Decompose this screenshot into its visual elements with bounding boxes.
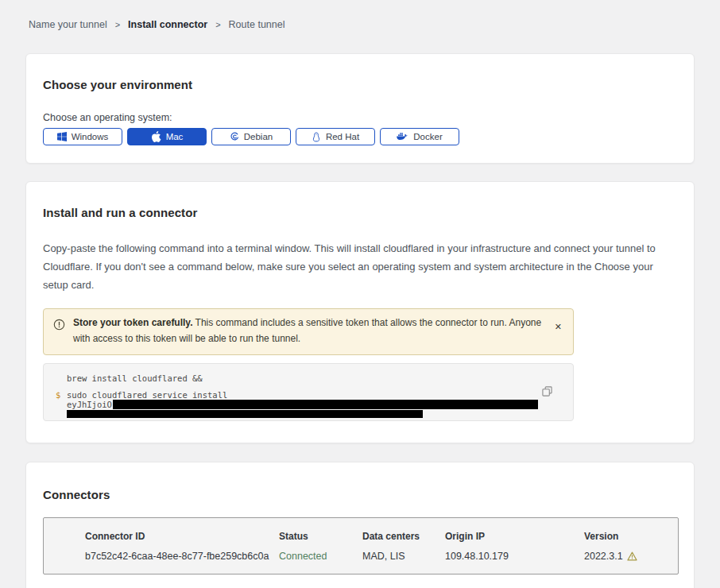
breadcrumb-separator: > [115,20,120,29]
connectors-card-title: Connectors [43,488,677,501]
os-button-windows[interactable]: Windows [43,128,122,145]
redhat-penguin-icon [312,132,321,142]
alert-circle-icon [53,319,65,334]
os-button-label: Mac [166,132,184,141]
col-data-centers: Data centers [362,531,445,542]
install-connector-card: Install and run a connector Copy-paste t… [25,181,695,443]
copy-icon[interactable] [540,385,554,400]
choose-environment-card: Choose your environment Choose an operat… [25,53,695,164]
col-status: Status [279,531,362,542]
breadcrumb: Name your tunnel > Install connector > R… [0,0,720,30]
shell-prompt: $ [56,391,67,400]
install-description: Copy-paste the following command into a … [43,240,677,294]
apple-logo-icon [151,131,161,142]
install-card-title: Install and run a connector [43,206,677,219]
token-warning-banner: Store your token carefully. This command… [43,308,574,355]
code-token-prefix: eyJhIjoiO [67,400,112,409]
warning-triangle-icon [627,551,637,561]
tunnel-setup-page: Name your tunnel > Install connector > R… [0,0,720,588]
step-name-your-tunnel[interactable]: Name your tunnel [29,19,107,30]
status-badge: Connected [279,551,362,562]
os-select-label: Choose an operating system: [43,112,677,123]
step-install-connector[interactable]: Install connector [128,19,207,30]
data-centers-value: MAD, LIS [362,551,445,562]
close-icon[interactable]: ✕ [553,322,563,332]
connectors-card: Connectors Connector ID Status Data cent… [25,462,695,588]
warning-message-bold: Store your token carefully. [73,317,193,328]
connectors-table-header: Connector ID Status Data centers Origin … [85,531,678,542]
connector-id-value: b7c52c42-6caa-48ee-8c77-fbe259cb6c0a [85,551,279,562]
os-button-label: Docker [413,132,442,141]
table-row: b7c52c42-6caa-48ee-8c77-fbe259cb6c0a Con… [85,551,678,562]
os-button-label: Debian [244,132,273,141]
os-button-mac[interactable]: Mac [127,128,207,145]
os-button-docker[interactable]: Docker [380,128,459,145]
code-line-2: sudo cloudflared service install [67,391,227,400]
os-button-label: Red Hat [326,132,359,141]
col-connector-id: Connector ID [85,531,279,542]
os-button-label: Windows [72,132,109,141]
version-value: 2022.3.1 [584,551,623,562]
os-button-debian[interactable]: Debian [211,128,291,145]
debian-swirl-icon [230,132,239,141]
windows-logo-icon [57,132,67,141]
breadcrumb-separator: > [215,20,220,29]
redacted-token-bar [67,410,423,418]
col-origin-ip: Origin IP [445,531,584,542]
origin-ip-value: 109.48.10.179 [445,551,584,562]
code-line-1: brew install cloudflared && [67,374,203,383]
docker-whale-icon [397,132,408,141]
redacted-token-bar [113,400,538,409]
col-version: Version [584,531,678,542]
environment-card-title: Choose your environment [43,78,677,91]
step-route-tunnel[interactable]: Route tunnel [229,19,285,30]
warning-message: Store your token carefully. This command… [73,315,545,347]
os-button-redhat[interactable]: Red Hat [296,128,375,145]
os-button-group: Windows Mac Debian [43,128,677,145]
install-command-codeblock: brew install cloudflared && $ sudo cloud… [43,363,574,421]
connectors-table: Connector ID Status Data centers Origin … [43,517,679,574]
